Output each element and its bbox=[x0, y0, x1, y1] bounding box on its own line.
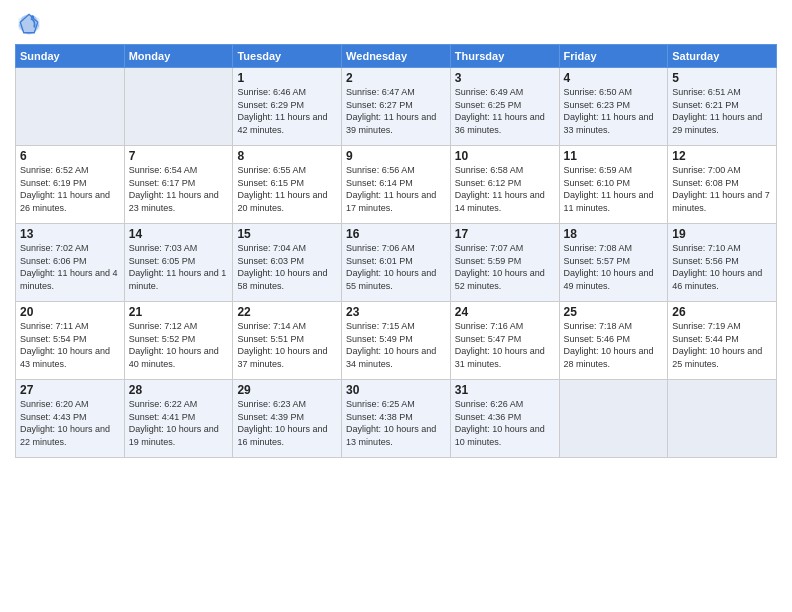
day-info: Sunrise: 7:10 AM Sunset: 5:56 PM Dayligh… bbox=[672, 242, 772, 292]
day-info: Sunrise: 6:51 AM Sunset: 6:21 PM Dayligh… bbox=[672, 86, 772, 136]
calendar-day-cell bbox=[16, 68, 125, 146]
calendar-day-cell: 27Sunrise: 6:20 AM Sunset: 4:43 PM Dayli… bbox=[16, 380, 125, 458]
calendar-col-header: Wednesday bbox=[342, 45, 451, 68]
day-info: Sunrise: 6:59 AM Sunset: 6:10 PM Dayligh… bbox=[564, 164, 664, 214]
day-number: 14 bbox=[129, 227, 229, 241]
day-number: 3 bbox=[455, 71, 555, 85]
calendar-day-cell bbox=[124, 68, 233, 146]
day-number: 23 bbox=[346, 305, 446, 319]
calendar-day-cell: 16Sunrise: 7:06 AM Sunset: 6:01 PM Dayli… bbox=[342, 224, 451, 302]
calendar-day-cell: 5Sunrise: 6:51 AM Sunset: 6:21 PM Daylig… bbox=[668, 68, 777, 146]
calendar-table: SundayMondayTuesdayWednesdayThursdayFrid… bbox=[15, 44, 777, 458]
calendar-day-cell: 21Sunrise: 7:12 AM Sunset: 5:52 PM Dayli… bbox=[124, 302, 233, 380]
day-info: Sunrise: 7:00 AM Sunset: 6:08 PM Dayligh… bbox=[672, 164, 772, 214]
page: SundayMondayTuesdayWednesdayThursdayFrid… bbox=[0, 0, 792, 612]
day-number: 8 bbox=[237, 149, 337, 163]
calendar-day-cell: 1Sunrise: 6:46 AM Sunset: 6:29 PM Daylig… bbox=[233, 68, 342, 146]
calendar-day-cell: 29Sunrise: 6:23 AM Sunset: 4:39 PM Dayli… bbox=[233, 380, 342, 458]
calendar-day-cell: 8Sunrise: 6:55 AM Sunset: 6:15 PM Daylig… bbox=[233, 146, 342, 224]
day-info: Sunrise: 6:22 AM Sunset: 4:41 PM Dayligh… bbox=[129, 398, 229, 448]
calendar-col-header: Monday bbox=[124, 45, 233, 68]
day-number: 28 bbox=[129, 383, 229, 397]
day-info: Sunrise: 6:26 AM Sunset: 4:36 PM Dayligh… bbox=[455, 398, 555, 448]
day-number: 1 bbox=[237, 71, 337, 85]
calendar-day-cell: 28Sunrise: 6:22 AM Sunset: 4:41 PM Dayli… bbox=[124, 380, 233, 458]
calendar-day-cell: 4Sunrise: 6:50 AM Sunset: 6:23 PM Daylig… bbox=[559, 68, 668, 146]
calendar-day-cell: 6Sunrise: 6:52 AM Sunset: 6:19 PM Daylig… bbox=[16, 146, 125, 224]
calendar-day-cell: 22Sunrise: 7:14 AM Sunset: 5:51 PM Dayli… bbox=[233, 302, 342, 380]
day-info: Sunrise: 7:12 AM Sunset: 5:52 PM Dayligh… bbox=[129, 320, 229, 370]
day-info: Sunrise: 6:23 AM Sunset: 4:39 PM Dayligh… bbox=[237, 398, 337, 448]
calendar-day-cell: 31Sunrise: 6:26 AM Sunset: 4:36 PM Dayli… bbox=[450, 380, 559, 458]
calendar-col-header: Thursday bbox=[450, 45, 559, 68]
calendar-day-cell: 7Sunrise: 6:54 AM Sunset: 6:17 PM Daylig… bbox=[124, 146, 233, 224]
day-number: 29 bbox=[237, 383, 337, 397]
day-number: 26 bbox=[672, 305, 772, 319]
day-number: 6 bbox=[20, 149, 120, 163]
day-number: 31 bbox=[455, 383, 555, 397]
day-number: 18 bbox=[564, 227, 664, 241]
day-info: Sunrise: 7:14 AM Sunset: 5:51 PM Dayligh… bbox=[237, 320, 337, 370]
calendar-day-cell: 9Sunrise: 6:56 AM Sunset: 6:14 PM Daylig… bbox=[342, 146, 451, 224]
header bbox=[15, 10, 777, 38]
day-info: Sunrise: 6:58 AM Sunset: 6:12 PM Dayligh… bbox=[455, 164, 555, 214]
day-number: 16 bbox=[346, 227, 446, 241]
day-number: 2 bbox=[346, 71, 446, 85]
calendar-week-row: 20Sunrise: 7:11 AM Sunset: 5:54 PM Dayli… bbox=[16, 302, 777, 380]
day-info: Sunrise: 7:18 AM Sunset: 5:46 PM Dayligh… bbox=[564, 320, 664, 370]
calendar-day-cell: 12Sunrise: 7:00 AM Sunset: 6:08 PM Dayli… bbox=[668, 146, 777, 224]
day-info: Sunrise: 7:16 AM Sunset: 5:47 PM Dayligh… bbox=[455, 320, 555, 370]
day-number: 15 bbox=[237, 227, 337, 241]
svg-point-2 bbox=[31, 15, 35, 19]
day-info: Sunrise: 7:07 AM Sunset: 5:59 PM Dayligh… bbox=[455, 242, 555, 292]
day-number: 17 bbox=[455, 227, 555, 241]
calendar-day-cell bbox=[559, 380, 668, 458]
day-info: Sunrise: 7:02 AM Sunset: 6:06 PM Dayligh… bbox=[20, 242, 120, 292]
calendar-day-cell: 14Sunrise: 7:03 AM Sunset: 6:05 PM Dayli… bbox=[124, 224, 233, 302]
day-info: Sunrise: 6:25 AM Sunset: 4:38 PM Dayligh… bbox=[346, 398, 446, 448]
day-info: Sunrise: 6:55 AM Sunset: 6:15 PM Dayligh… bbox=[237, 164, 337, 214]
calendar-week-row: 6Sunrise: 6:52 AM Sunset: 6:19 PM Daylig… bbox=[16, 146, 777, 224]
day-info: Sunrise: 6:47 AM Sunset: 6:27 PM Dayligh… bbox=[346, 86, 446, 136]
calendar-day-cell: 19Sunrise: 7:10 AM Sunset: 5:56 PM Dayli… bbox=[668, 224, 777, 302]
calendar-day-cell: 13Sunrise: 7:02 AM Sunset: 6:06 PM Dayli… bbox=[16, 224, 125, 302]
calendar-day-cell: 2Sunrise: 6:47 AM Sunset: 6:27 PM Daylig… bbox=[342, 68, 451, 146]
day-number: 27 bbox=[20, 383, 120, 397]
day-number: 24 bbox=[455, 305, 555, 319]
day-number: 11 bbox=[564, 149, 664, 163]
calendar-day-cell: 11Sunrise: 6:59 AM Sunset: 6:10 PM Dayli… bbox=[559, 146, 668, 224]
day-info: Sunrise: 6:49 AM Sunset: 6:25 PM Dayligh… bbox=[455, 86, 555, 136]
day-number: 13 bbox=[20, 227, 120, 241]
day-info: Sunrise: 6:46 AM Sunset: 6:29 PM Dayligh… bbox=[237, 86, 337, 136]
logo bbox=[15, 10, 47, 38]
calendar-day-cell: 26Sunrise: 7:19 AM Sunset: 5:44 PM Dayli… bbox=[668, 302, 777, 380]
day-number: 4 bbox=[564, 71, 664, 85]
day-number: 9 bbox=[346, 149, 446, 163]
calendar-header-row: SundayMondayTuesdayWednesdayThursdayFrid… bbox=[16, 45, 777, 68]
calendar-day-cell: 25Sunrise: 7:18 AM Sunset: 5:46 PM Dayli… bbox=[559, 302, 668, 380]
day-info: Sunrise: 6:50 AM Sunset: 6:23 PM Dayligh… bbox=[564, 86, 664, 136]
day-number: 25 bbox=[564, 305, 664, 319]
calendar-day-cell: 23Sunrise: 7:15 AM Sunset: 5:49 PM Dayli… bbox=[342, 302, 451, 380]
calendar-week-row: 13Sunrise: 7:02 AM Sunset: 6:06 PM Dayli… bbox=[16, 224, 777, 302]
day-info: Sunrise: 7:15 AM Sunset: 5:49 PM Dayligh… bbox=[346, 320, 446, 370]
day-number: 7 bbox=[129, 149, 229, 163]
day-info: Sunrise: 6:54 AM Sunset: 6:17 PM Dayligh… bbox=[129, 164, 229, 214]
calendar-col-header: Sunday bbox=[16, 45, 125, 68]
day-number: 20 bbox=[20, 305, 120, 319]
day-info: Sunrise: 7:19 AM Sunset: 5:44 PM Dayligh… bbox=[672, 320, 772, 370]
calendar-day-cell: 3Sunrise: 6:49 AM Sunset: 6:25 PM Daylig… bbox=[450, 68, 559, 146]
day-info: Sunrise: 6:56 AM Sunset: 6:14 PM Dayligh… bbox=[346, 164, 446, 214]
calendar-day-cell bbox=[668, 380, 777, 458]
calendar-day-cell: 17Sunrise: 7:07 AM Sunset: 5:59 PM Dayli… bbox=[450, 224, 559, 302]
day-info: Sunrise: 6:20 AM Sunset: 4:43 PM Dayligh… bbox=[20, 398, 120, 448]
generalblue-logo-icon bbox=[15, 10, 43, 38]
calendar-week-row: 1Sunrise: 6:46 AM Sunset: 6:29 PM Daylig… bbox=[16, 68, 777, 146]
day-info: Sunrise: 7:06 AM Sunset: 6:01 PM Dayligh… bbox=[346, 242, 446, 292]
day-number: 30 bbox=[346, 383, 446, 397]
calendar-day-cell: 30Sunrise: 6:25 AM Sunset: 4:38 PM Dayli… bbox=[342, 380, 451, 458]
day-number: 10 bbox=[455, 149, 555, 163]
calendar-day-cell: 24Sunrise: 7:16 AM Sunset: 5:47 PM Dayli… bbox=[450, 302, 559, 380]
day-info: Sunrise: 6:52 AM Sunset: 6:19 PM Dayligh… bbox=[20, 164, 120, 214]
day-number: 22 bbox=[237, 305, 337, 319]
